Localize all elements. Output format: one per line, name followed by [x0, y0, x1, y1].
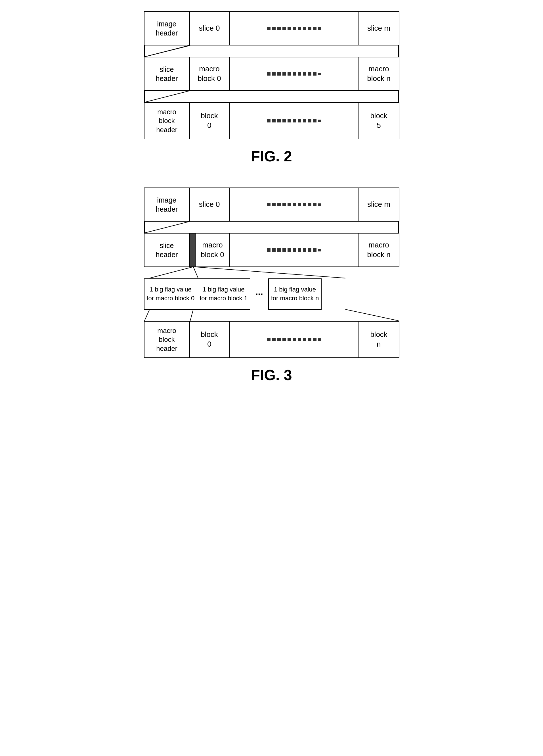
fig3-image-header: image header: [145, 188, 190, 221]
fig3-macroblock-header: macro block header: [145, 322, 190, 357]
fig2-block0: block 0: [190, 103, 230, 139]
fig3-flag-row: 1 big flag value for macro block 0 1 big…: [144, 278, 399, 310]
fig3-slice-header: slice header: [145, 234, 190, 266]
fig2-block5: block 5: [359, 103, 399, 139]
fig2-macroblock-n: macro block n: [359, 57, 399, 90]
fig3-row3-dots: [230, 322, 359, 357]
fig3-block0: block 0: [190, 322, 230, 357]
fig3-flag-cell-1: 1 big flag value for macro block 1: [197, 278, 251, 310]
figure-2: image header slice 0 slice m: [144, 11, 399, 165]
fig3-row2-dots: [230, 234, 359, 266]
fig2-row3-dots: [230, 103, 359, 139]
fig2-row2-dots: [230, 57, 359, 90]
fig3-block-n: block n: [359, 322, 399, 357]
fig3-dark-strip: [190, 234, 196, 266]
fig2-slice-header: slice header: [145, 57, 190, 90]
fig2-macroblock0: macro block 0: [190, 57, 230, 90]
fig3-flag-ellipsis: ···: [251, 278, 268, 310]
fig2-slice0: slice 0: [190, 12, 230, 45]
fig2-row2: slice header macro block 0 macro block n: [144, 57, 399, 91]
fig2-row1: image header slice 0 slice m: [144, 11, 399, 45]
figure-3: image header slice 0 slice m slice heade…: [144, 188, 399, 384]
fig3-row2: slice header macro block 0 macro block n: [144, 233, 399, 267]
fig3-macroblock0: macro block 0: [196, 234, 230, 266]
fig2-row1-dots: [230, 12, 359, 45]
fig2-label: FIG. 2: [251, 148, 292, 165]
fig3-slice0: slice 0: [190, 188, 230, 221]
fig2-image-header: image header: [145, 12, 190, 45]
fig3-flag-cell-n: 1 big flag value for macro block n: [268, 278, 322, 310]
fig3-slice-m: slice m: [359, 188, 399, 221]
fig3-row3: macro block header block 0 block n: [144, 321, 399, 358]
fig3-flag-cell-0: 1 big flag value for macro block 0: [144, 278, 198, 310]
fig3-diagram: image header slice 0 slice m slice heade…: [144, 188, 399, 358]
fig3-label: FIG. 3: [251, 366, 292, 384]
fig2-macroblock-header: macro block header: [145, 103, 190, 139]
fig2-diagram: image header slice 0 slice m: [144, 11, 399, 139]
fig2-row3: macro block header block 0 block 5: [144, 102, 399, 139]
fig3-row1: image header slice 0 slice m: [144, 188, 399, 222]
fig2-slice-m: slice m: [359, 12, 399, 45]
fig3-row1-dots: [230, 188, 359, 221]
fig3-macroblock-n: macro block n: [359, 234, 399, 266]
